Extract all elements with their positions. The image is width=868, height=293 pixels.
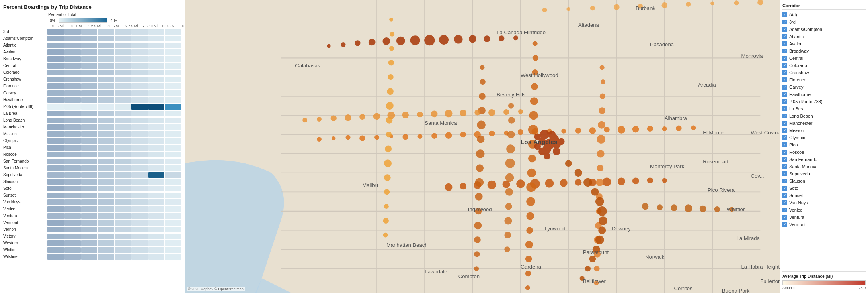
heat-cell[interactable] (148, 234, 165, 239)
heat-cell[interactable] (81, 131, 98, 137)
list-item[interactable]: ✓Adams/Compton (782, 26, 866, 33)
heat-cell[interactable] (165, 70, 181, 75)
list-item[interactable]: ✓Pico (782, 141, 866, 149)
heat-cell[interactable] (81, 49, 98, 55)
corridor-checkbox[interactable]: ✓ (782, 20, 787, 24)
heat-cell[interactable] (165, 124, 181, 130)
heat-cell[interactable] (165, 234, 181, 239)
heat-cell[interactable] (64, 118, 81, 123)
heat-cell[interactable] (148, 206, 165, 212)
heat-cell[interactable] (81, 43, 98, 48)
heat-cell[interactable] (115, 111, 131, 116)
heat-cell[interactable] (81, 77, 98, 82)
heat-cell[interactable] (98, 179, 114, 185)
corridor-checkbox[interactable]: ✓ (782, 179, 787, 183)
corridor-checkbox[interactable]: ✓ (782, 85, 787, 90)
list-item[interactable]: ✓Atlantic (782, 33, 866, 40)
heat-cell[interactable] (47, 234, 64, 239)
heat-cell[interactable] (148, 145, 165, 151)
heat-cell[interactable] (98, 152, 114, 157)
heat-cell[interactable] (148, 77, 165, 82)
corridor-checkbox[interactable]: ✓ (782, 77, 787, 82)
list-item[interactable]: ✓Slauson (782, 177, 866, 185)
heat-cell[interactable] (47, 240, 64, 246)
heat-cell[interactable] (98, 111, 114, 116)
heat-cell[interactable] (64, 43, 81, 48)
heat-cell[interactable] (148, 118, 165, 123)
heat-cell[interactable] (165, 206, 181, 212)
heat-cell[interactable] (98, 165, 114, 171)
list-item[interactable]: ✓Manchester (782, 120, 866, 127)
heat-cell[interactable] (47, 152, 64, 157)
heat-cell[interactable] (115, 77, 131, 82)
heat-cell[interactable] (115, 56, 131, 62)
list-item[interactable]: ✓Venice (782, 206, 866, 214)
list-item[interactable]: ✓Olympic (782, 134, 866, 141)
heat-cell[interactable] (148, 165, 165, 171)
heat-cell[interactable] (81, 104, 98, 110)
heat-cell[interactable] (64, 227, 81, 232)
heat-cell[interactable] (98, 56, 114, 62)
heat-cell[interactable] (148, 56, 165, 62)
heat-cell[interactable] (165, 138, 181, 144)
heat-cell[interactable] (131, 206, 148, 212)
heat-cell[interactable] (115, 118, 131, 123)
heat-cell[interactable] (47, 97, 64, 103)
heat-cell[interactable] (148, 83, 165, 89)
heat-cell[interactable] (165, 43, 181, 48)
heat-cell[interactable] (165, 240, 181, 246)
heat-cell[interactable] (64, 234, 81, 239)
heat-cell[interactable] (47, 199, 64, 205)
heat-cell[interactable] (47, 186, 64, 191)
heat-cell[interactable] (115, 254, 131, 260)
heat-cell[interactable] (81, 138, 98, 144)
heat-cell[interactable] (115, 152, 131, 157)
corridor-checkbox[interactable]: ✓ (782, 63, 787, 68)
list-item[interactable]: ✓Vermont (782, 221, 866, 228)
heat-cell[interactable] (64, 206, 81, 212)
corridor-list[interactable]: ✓(All)✓3rd✓Adams/Compton✓Atlantic✓Avalon… (782, 11, 866, 269)
heat-cell[interactable] (47, 90, 64, 96)
heat-cell[interactable] (165, 172, 181, 178)
list-item[interactable]: ✓3rd (782, 18, 866, 26)
heat-cell[interactable] (115, 90, 131, 96)
heat-cell[interactable] (98, 206, 114, 212)
heat-cell[interactable] (148, 199, 165, 205)
heat-cell[interactable] (115, 199, 131, 205)
list-item[interactable]: ✓San Fernando (782, 156, 866, 163)
heat-cell[interactable] (47, 36, 64, 41)
heat-cell[interactable] (165, 227, 181, 232)
heat-cell[interactable] (81, 29, 98, 35)
corridor-checkbox[interactable]: ✓ (782, 150, 787, 155)
heat-cell[interactable] (64, 49, 81, 55)
corridor-checkbox[interactable]: ✓ (782, 128, 787, 133)
heat-cell[interactable] (98, 240, 114, 246)
heat-cell[interactable] (165, 179, 181, 185)
heat-cell[interactable] (165, 152, 181, 157)
heat-cell[interactable] (115, 234, 131, 239)
heat-cell[interactable] (98, 220, 114, 226)
heat-cell[interactable] (47, 227, 64, 232)
heat-cell[interactable] (98, 124, 114, 130)
list-item[interactable]: ✓Avalon (782, 40, 866, 47)
corridor-checkbox[interactable]: ✓ (782, 200, 787, 205)
heat-cell[interactable] (81, 220, 98, 226)
heat-cell[interactable] (148, 138, 165, 144)
heat-cell[interactable] (131, 36, 148, 41)
heat-cell[interactable] (131, 199, 148, 205)
corridor-checkbox[interactable]: ✓ (782, 157, 787, 162)
heat-cell[interactable] (98, 63, 114, 69)
heat-cell[interactable] (115, 104, 131, 110)
heat-cell[interactable] (148, 63, 165, 69)
corridor-checkbox[interactable]: ✓ (782, 114, 787, 118)
heat-cell[interactable] (148, 111, 165, 116)
heat-cell[interactable] (131, 227, 148, 232)
heat-cell[interactable] (165, 145, 181, 151)
heat-cell[interactable] (81, 145, 98, 151)
heat-cell[interactable] (98, 36, 114, 41)
heat-cell[interactable] (47, 70, 64, 75)
heat-cell[interactable] (98, 227, 114, 232)
heat-cell[interactable] (115, 131, 131, 137)
heat-cell[interactable] (148, 29, 165, 35)
heat-cell[interactable] (148, 220, 165, 226)
